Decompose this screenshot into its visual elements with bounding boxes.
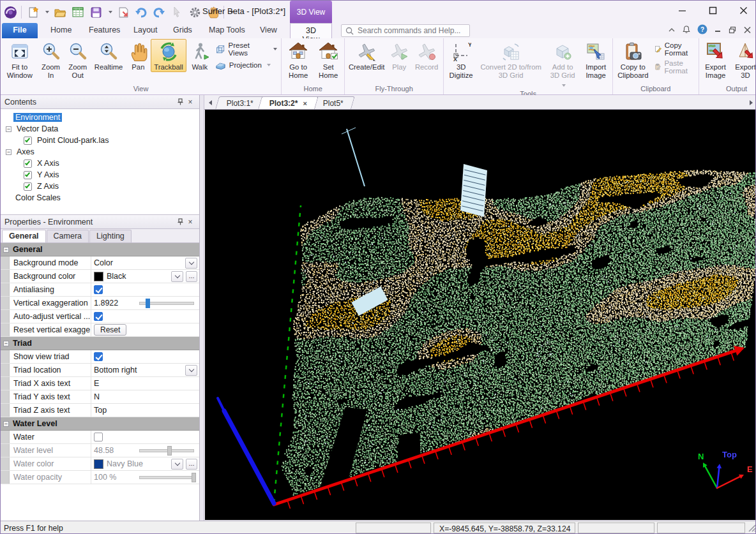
dropdown-button[interactable]	[185, 258, 197, 269]
tree-item-z-axis[interactable]: Z Axis	[1, 181, 199, 192]
add-to-grid-caret	[562, 84, 566, 87]
tab-home[interactable]: Home	[43, 23, 79, 38]
triad-location-value[interactable]: Bottom right	[94, 366, 137, 375]
collapse-box-icon[interactable]: −	[6, 149, 11, 155]
checkbox-y-axis[interactable]	[24, 171, 32, 179]
water-checkbox[interactable]	[94, 433, 103, 441]
new-dropdown-caret[interactable]	[45, 11, 49, 13]
3d-digitize-button[interactable]: XY 3D Digitize	[446, 39, 476, 81]
reset-button[interactable]: Reset	[94, 324, 126, 336]
tab-3d-view[interactable]: 3D View	[290, 23, 332, 38]
background-color-value[interactable]: Black	[107, 272, 126, 281]
doc-tab-plot3-1[interactable]: Plot3:1*	[215, 96, 265, 109]
tree-item-point-cloud[interactable]: Point Cloud-park.las	[1, 135, 199, 146]
tree-item-vector-data[interactable]: −Vector Data	[1, 123, 199, 135]
auto-adjust-checkbox[interactable]	[94, 312, 103, 321]
tab-file[interactable]: File	[2, 23, 38, 38]
3d-scene-canvas[interactable]	[205, 110, 756, 520]
save-icon[interactable]	[89, 5, 103, 19]
dropdown-button[interactable]	[185, 365, 197, 376]
undo-icon[interactable]	[134, 5, 148, 19]
more-options-button[interactable]: ...	[186, 271, 197, 282]
section-water-level[interactable]: −Water Level	[1, 417, 199, 431]
pin-icon[interactable]	[175, 97, 185, 107]
collapse-box-icon[interactable]: −	[6, 126, 11, 132]
surfer-logo-icon[interactable]	[3, 5, 17, 19]
mdi-close-icon[interactable]	[743, 25, 752, 36]
dropdown-button[interactable]	[171, 271, 183, 282]
copy-to-clipboard-button[interactable]: Copy to Clipboard	[615, 39, 651, 81]
realtime-button[interactable]: Realtime	[92, 39, 126, 72]
tab-features[interactable]: Features	[81, 23, 128, 38]
tab-lighting[interactable]: Lighting	[89, 230, 132, 242]
fly-create-edit-button[interactable]: Create/Edit	[347, 39, 386, 72]
new-document-icon[interactable]	[26, 5, 40, 19]
zoom-in-button[interactable]: Zoom In	[38, 39, 63, 81]
triad-y-text-input[interactable]: N	[94, 392, 100, 401]
tree-item-x-axis[interactable]: X Axis	[1, 158, 199, 169]
doc-tab-plot3-2[interactable]: Plot3:2*×	[258, 96, 319, 109]
dock-splitter[interactable]	[200, 95, 204, 521]
show-triad-checkbox[interactable]	[94, 352, 103, 361]
resize-grip[interactable]	[747, 523, 756, 534]
fit-to-window-button[interactable]: Fit to Window	[3, 39, 36, 81]
checkbox-point-cloud[interactable]	[24, 137, 32, 145]
mdi-restore-icon[interactable]	[729, 25, 737, 36]
projection-button[interactable]: Projection	[215, 59, 277, 70]
tree-item-environment[interactable]: Environment	[1, 112, 199, 123]
section-triad[interactable]: −Triad	[1, 337, 199, 350]
antialiasing-checkbox[interactable]	[94, 285, 103, 294]
export-3d-button[interactable]: Export 3D	[732, 39, 756, 81]
close-icon[interactable]: ×	[185, 97, 195, 107]
open-folder-icon[interactable]	[53, 5, 67, 19]
tab-camera[interactable]: Camera	[47, 230, 89, 242]
doc-tab-plot5[interactable]: Plot5*	[312, 96, 355, 109]
checkbox-x-axis[interactable]	[24, 159, 32, 168]
pin-icon[interactable]	[175, 217, 185, 227]
tree-item-axes[interactable]: −Axes	[1, 146, 199, 158]
section-general[interactable]: −General	[1, 243, 199, 256]
checkbox-z-axis[interactable]	[24, 182, 32, 191]
maximize-button[interactable]	[703, 2, 722, 19]
color-swatch[interactable]	[94, 272, 103, 281]
import-image-button[interactable]: Import Image	[581, 39, 610, 81]
close-icon[interactable]: ×	[185, 217, 195, 227]
walk-button[interactable]: Walk	[188, 39, 212, 72]
tree-item-y-axis[interactable]: Y Axis	[1, 169, 199, 181]
background-mode-value[interactable]: Color	[94, 258, 113, 267]
tab-scroll-right[interactable]	[747, 98, 755, 107]
triad-z-text-input[interactable]: Top	[94, 406, 107, 415]
tab-layout[interactable]: Layout	[126, 23, 165, 38]
trackball-button[interactable]: Trackball	[151, 39, 186, 72]
worksheet-icon[interactable]	[71, 5, 85, 19]
search-box[interactable]: Search commands and Help...	[341, 24, 470, 37]
zoom-out-button[interactable]: Zoom Out	[65, 39, 91, 81]
save-dropdown-caret[interactable]	[109, 11, 112, 13]
tab-close-icon[interactable]: ×	[303, 100, 306, 107]
export-image-button[interactable]: Export Image	[701, 39, 730, 81]
tab-grids[interactable]: Grids	[165, 23, 200, 38]
vertical-exaggeration-value[interactable]: 1.8922	[94, 299, 118, 308]
slider-thumb[interactable]	[146, 299, 150, 308]
copy-format-button[interactable]: Copy Format	[654, 41, 695, 57]
collapse-ribbon-icon[interactable]	[668, 25, 676, 36]
options-gear-icon[interactable]	[188, 5, 202, 19]
set-home-button[interactable]: Set Home	[314, 39, 342, 81]
help-icon[interactable]: ?	[697, 24, 707, 37]
vertical-exaggeration-slider[interactable]	[139, 302, 194, 305]
mdi-minimize-icon[interactable]	[714, 25, 722, 36]
tab-view[interactable]: View	[252, 23, 285, 38]
redo-icon[interactable]	[152, 5, 166, 19]
tab-map-tools[interactable]: Map Tools	[201, 23, 253, 38]
pan-button[interactable]: Pan	[126, 39, 149, 72]
go-to-home-button[interactable]: Go to Home	[284, 39, 313, 81]
triad-x-text-input[interactable]: E	[94, 379, 99, 388]
minimize-button[interactable]	[672, 2, 692, 19]
tab-general[interactable]: General	[2, 230, 46, 242]
bell-icon[interactable]	[682, 25, 691, 37]
preset-views-button[interactable]: Preset Views	[215, 41, 277, 57]
tree-item-color-scales[interactable]: Color Scales	[1, 192, 199, 204]
close-button[interactable]	[734, 2, 753, 19]
export-icon[interactable]	[116, 5, 130, 19]
tab-scroll-left[interactable]	[206, 98, 214, 107]
